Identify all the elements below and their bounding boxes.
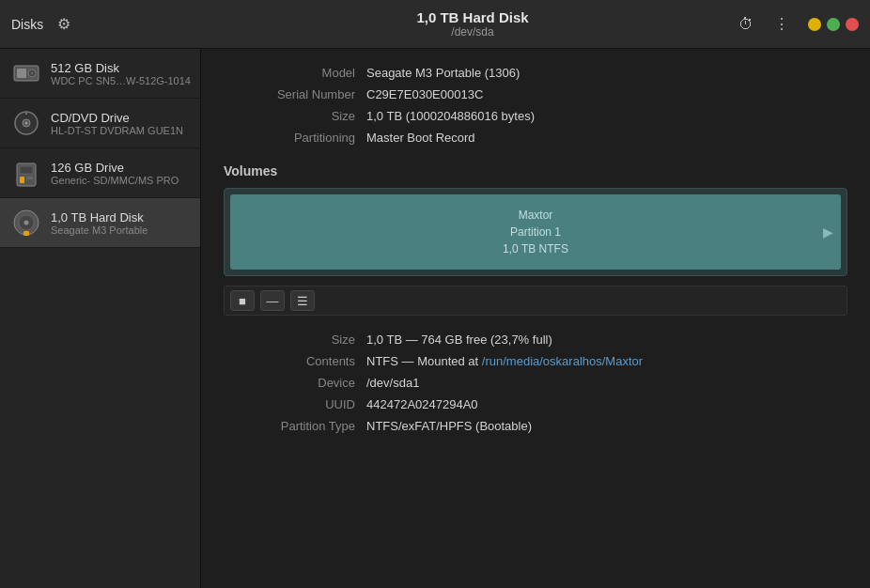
sidebar-item-sub-1tb: Seagate M3 Portable	[51, 224, 148, 236]
partition-label: Maxtor Partition 1 1,0 TB NTFS	[503, 207, 568, 257]
close-button[interactable]	[846, 18, 859, 31]
detail-size-label: Size	[224, 331, 355, 348]
menu-button[interactable]: ⋮	[769, 11, 795, 38]
partition-bar-container: Maxtor Partition 1 1,0 TB NTFS ▶	[224, 188, 847, 276]
svg-point-6	[25, 122, 28, 125]
sidebar-item-name-1tb: 1,0 TB Hard Disk	[51, 210, 148, 224]
sidebar-item-info-cdrom: CD/DVD Drive HL-DT-ST DVDRAM GUE1N	[51, 111, 183, 136]
partitioning-value: Master Boot Record	[366, 129, 847, 147]
svg-rect-1	[17, 69, 26, 78]
disk-icon-1tb	[9, 206, 43, 240]
partition-number: Partition 1	[510, 225, 561, 239]
serial-value: C29E7E030E00013C	[366, 85, 847, 103]
minus-partition-button[interactable]: —	[260, 290, 285, 311]
sidebar-item-cdrom[interactable]: CD/DVD Drive HL-DT-ST DVDRAM GUE1N	[0, 99, 200, 148]
svg-point-7	[25, 113, 27, 115]
top-bar-left: Disks ⚙	[11, 11, 212, 38]
disk-icon-126gb	[9, 156, 43, 190]
settings-partition-button[interactable]: ☰	[290, 290, 315, 311]
clock-icon: ⏱	[738, 16, 753, 33]
detail-contents-label: Contents	[224, 352, 355, 370]
minus-icon: —	[267, 294, 279, 308]
contents-text: NTFS — Mounted at	[366, 354, 482, 368]
partition-controls: ■ — ☰	[224, 286, 847, 316]
detail-uuid-label: UUID	[224, 395, 355, 413]
stop-partition-button[interactable]: ■	[230, 290, 255, 311]
svg-rect-10	[20, 177, 24, 183]
sidebar-item-info-512gb: 512 GB Disk WDC PC SN5…W-512G-1014	[51, 61, 191, 86]
detail-device-label: Device	[224, 374, 355, 392]
model-value: Seagate M3 Portable (1306)	[366, 64, 847, 82]
mount-link[interactable]: /run/media/oskaralhos/Maxtor	[482, 354, 643, 368]
sidebar-item-name-512gb: 512 GB Disk	[51, 61, 191, 75]
volumes-title: Volumes	[224, 163, 847, 178]
sidebar-item-1tb[interactable]: 1,0 TB Hard Disk Seagate M3 Portable	[0, 198, 200, 248]
disks-title: Disks	[11, 17, 43, 32]
sidebar: 512 GB Disk WDC PC SN5…W-512G-1014 CD/DV…	[0, 49, 201, 588]
serial-label: Serial Number	[224, 85, 355, 103]
svg-rect-15	[23, 231, 29, 236]
stop-icon: ■	[239, 294, 246, 308]
partition-bar[interactable]: Maxtor Partition 1 1,0 TB NTFS ▶	[230, 194, 841, 270]
sidebar-item-126gb[interactable]: 126 GB Drive Generic- SD/MMC/MS PRO	[0, 148, 200, 198]
disk-info-grid: Model Seagate M3 Portable (1306) Serial …	[224, 64, 847, 147]
disk-icon-512gb	[9, 56, 43, 90]
detail-size-value: 1,0 TB — 764 GB free (23,7% full)	[366, 331, 847, 348]
minimize-button[interactable]	[808, 18, 821, 31]
top-bar-right: ⏱ ⋮	[733, 11, 859, 38]
partitioning-label: Partitioning	[224, 129, 355, 147]
disk-device: /dev/sda	[451, 25, 493, 39]
sidebar-item-sub-512gb: WDC PC SN5…W-512G-1014	[51, 75, 191, 86]
sidebar-item-sub-126gb: Generic- SD/MMC/MS PRO	[51, 175, 179, 186]
svg-rect-9	[20, 166, 33, 174]
sidebar-item-512gb[interactable]: 512 GB Disk WDC PC SN5…W-512G-1014	[0, 49, 200, 99]
model-label: Model	[224, 64, 355, 82]
detail-device-value: /dev/sda1	[366, 374, 847, 392]
menu-icon: ⋮	[774, 15, 789, 33]
clock-button[interactable]: ⏱	[733, 11, 759, 38]
detail-uuid-value: 442472A0247294A0	[366, 395, 847, 413]
main-layout: 512 GB Disk WDC PC SN5…W-512G-1014 CD/DV…	[0, 49, 870, 588]
content-panel: Model Seagate M3 Portable (1306) Serial …	[201, 49, 870, 588]
svg-point-3	[31, 72, 34, 75]
disk-title: 1,0 TB Hard Disk	[416, 9, 528, 25]
svg-rect-11	[26, 177, 33, 179]
traffic-lights	[808, 18, 859, 31]
gear-button[interactable]: ⚙	[51, 11, 77, 38]
detail-grid: Size 1,0 TB — 764 GB free (23,7% full) C…	[224, 331, 847, 435]
size-value: 1,0 TB (1000204886016 bytes)	[366, 107, 847, 125]
disk-icon-cdrom	[9, 106, 43, 140]
svg-point-14	[24, 221, 29, 225]
top-bar-center: 1,0 TB Hard Disk /dev/sda	[212, 9, 733, 39]
settings-icon: ☰	[297, 294, 308, 308]
detail-partition-type-value: NTFS/exFAT/HPFS (Bootable)	[366, 417, 847, 435]
partition-name: Maxtor	[519, 209, 553, 222]
detail-partition-type-label: Partition Type	[224, 417, 355, 435]
maximize-button[interactable]	[827, 18, 840, 31]
size-label: Size	[224, 107, 355, 125]
sidebar-item-sub-cdrom: HL-DT-ST DVDRAM GUE1N	[51, 125, 183, 136]
sidebar-item-name-cdrom: CD/DVD Drive	[51, 111, 183, 125]
partition-size-fs: 1,0 TB NTFS	[503, 242, 568, 255]
gear-icon: ⚙	[57, 15, 70, 33]
sidebar-item-name-126gb: 126 GB Drive	[51, 161, 179, 175]
top-bar: Disks ⚙ 1,0 TB Hard Disk /dev/sda ⏱ ⋮	[0, 0, 870, 49]
partition-arrow-icon: ▶	[823, 224, 833, 240]
sidebar-item-info-126gb: 126 GB Drive Generic- SD/MMC/MS PRO	[51, 161, 179, 186]
sidebar-item-info-1tb: 1,0 TB Hard Disk Seagate M3 Portable	[51, 210, 148, 236]
detail-contents-value: NTFS — Mounted at /run/media/oskaralhos/…	[366, 352, 847, 370]
